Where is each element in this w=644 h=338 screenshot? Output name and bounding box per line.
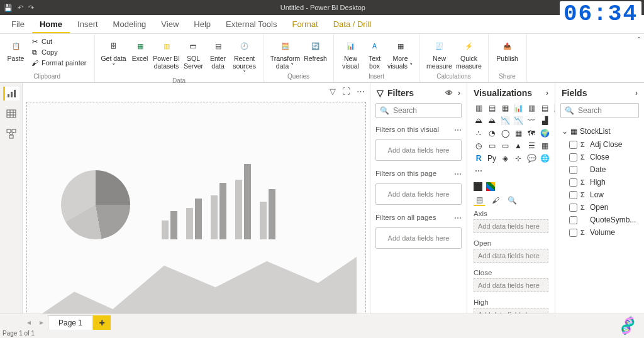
field-checkbox[interactable] [569,178,577,187]
field-item[interactable]: ΣClose [555,151,644,163]
field-checkbox[interactable] [569,191,577,199]
stacked-column-icon[interactable]: ▤ [487,103,497,113]
well-axis-drop[interactable]: Add data fields here [474,219,548,233]
well-close-drop[interactable]: Add data fields here [474,278,548,292]
ribbon-icon[interactable]: 〰 [526,116,536,126]
kpi-icon[interactable]: ▲ [513,141,523,151]
filters-all-dropzone[interactable]: Add data fields here [375,227,462,249]
filters-page-dropzone[interactable]: Add data fields here [375,183,462,205]
report-view-button[interactable] [3,87,19,101]
field-item[interactable]: ΣHigh [555,176,644,188]
slicer-icon[interactable]: ☰ [526,141,536,151]
pie-icon[interactable]: ◔ [487,128,497,138]
more-options-icon[interactable]: ⋯ [357,87,365,96]
quick-measure-button[interactable]: ⚡Quick measure [455,36,483,70]
field-item[interactable]: ΣAdj Close [555,138,644,151]
refresh-button[interactable]: 🔄Refresh [303,36,328,69]
map-icon[interactable]: 🗺 [526,128,536,138]
field-item[interactable]: ΣLow [555,188,644,201]
field-checkbox[interactable] [569,166,577,174]
color-swatch-dark[interactable] [474,182,482,191]
excel-button[interactable]: ▦Excel [129,36,152,69]
tab-datadrill[interactable]: Data / Drill [326,16,379,33]
table-icon[interactable]: ▦ [540,141,550,151]
waterfall-icon[interactable]: ▟ [540,116,550,126]
color-swatch-grid[interactable] [486,182,495,191]
field-item[interactable]: Date [555,163,644,176]
format-painter-button[interactable]: 🖌Format painter [28,58,89,68]
pbi-datasets-button[interactable]: ▥Power BI datasets [153,36,180,70]
multi-card-icon[interactable]: ▭ [500,141,510,151]
line-column-icon[interactable]: 📉 [500,116,510,126]
tab-insert[interactable]: Insert [70,16,106,33]
fields-tab-icon[interactable]: ▤ [474,195,485,206]
more-icon[interactable]: ⋯ [454,126,462,134]
collapse-ribbon-icon[interactable]: ˆ [638,36,640,45]
field-checkbox[interactable] [569,216,577,224]
tab-modeling[interactable]: Modeling [106,16,154,33]
undo-icon[interactable]: ↶ [18,4,23,12]
field-checkbox[interactable] [569,153,577,161]
new-visual-button[interactable]: 📊New visual [339,36,363,70]
field-checkbox[interactable] [569,229,577,237]
100-bar-icon[interactable]: ▥ [526,103,536,113]
stacked-bar-icon[interactable]: ▥ [474,103,484,113]
redo-icon[interactable]: ↷ [28,4,34,12]
filled-map-icon[interactable]: 🌍 [540,128,550,138]
visual-placeholder[interactable] [26,102,366,313]
fields-search[interactable]: 🔍 [560,103,639,118]
well-high-drop[interactable]: Add data fields here [474,308,548,313]
recent-sources-button[interactable]: 🕘Recent sources ˅ [231,36,258,77]
scatter-icon[interactable]: ∴ [474,128,484,138]
sql-server-button[interactable]: 🗃SQL Server [182,36,206,70]
field-item[interactable]: ΣVolume [555,226,644,239]
field-item[interactable]: ΣOpen [555,201,644,214]
more-icon[interactable]: ⋯ [454,214,462,222]
add-page-button[interactable]: + [93,315,111,330]
format-tab-icon[interactable]: 🖌 [490,195,501,206]
focus-mode-icon[interactable]: ⛶ [342,87,350,96]
py-visual-icon[interactable]: Py [487,153,497,163]
tab-help[interactable]: Help [186,16,218,33]
line-stacked-icon[interactable]: 📉 [513,116,523,126]
page-next-button[interactable]: ▸ [35,314,48,330]
tab-external[interactable]: External Tools [218,16,284,33]
clustered-bar-icon[interactable]: ▦ [500,103,510,113]
page-prev-button[interactable]: ◂ [23,314,35,330]
cut-button[interactable]: ✂Cut [28,36,89,46]
new-measure-button[interactable]: 🧾New measure [425,36,454,70]
filter-icon[interactable]: ▽ [330,87,336,96]
100-column-icon[interactable]: ▤ [540,103,550,113]
well-open-drop[interactable]: Add data fields here [474,249,548,263]
transform-data-button[interactable]: 🧮Transform data ˅ [269,36,302,70]
eye-icon[interactable]: 👁 [445,89,453,97]
paste-button[interactable]: 📋 Paste [5,36,26,69]
r-visual-icon[interactable]: R [474,153,484,163]
report-canvas[interactable]: ▽ ⛶ ⋯ [23,83,370,313]
qa-icon[interactable]: 💬 [526,153,536,163]
analytics-tab-icon[interactable]: 🔍 [506,195,518,206]
treemap-icon[interactable]: ▦ [513,128,523,138]
gauge-icon[interactable]: ◷ [474,141,484,151]
model-view-button[interactable] [3,127,19,141]
tab-view[interactable]: View [153,16,186,33]
data-view-button[interactable] [3,107,19,121]
text-box-button[interactable]: AText box [364,36,386,70]
field-checkbox[interactable] [569,141,577,149]
fields-search-input[interactable] [578,106,644,115]
area-icon[interactable]: ⛰ [474,116,484,126]
key-influencers-icon[interactable]: ◈ [500,153,510,163]
card-icon[interactable]: ▭ [487,141,497,151]
copy-button[interactable]: ⧉Copy [28,47,89,57]
filters-search[interactable]: 🔍 [375,103,462,118]
enter-data-button[interactable]: ▤Enter data [207,36,230,70]
arcgis-icon[interactable]: 🌐 [540,153,550,163]
filters-visual-dropzone[interactable]: Add data fields here [375,139,462,161]
tab-home[interactable]: Home [32,16,70,33]
collapse-panel-icon[interactable]: › [635,89,638,97]
fields-table[interactable]: ⌄ ▦ StockList [555,124,644,138]
publish-button[interactable]: 📤Publish [494,36,521,69]
collapse-panel-icon[interactable]: › [458,89,460,97]
field-checkbox[interactable] [569,204,577,212]
clustered-column-icon[interactable]: 📊 [513,103,523,113]
